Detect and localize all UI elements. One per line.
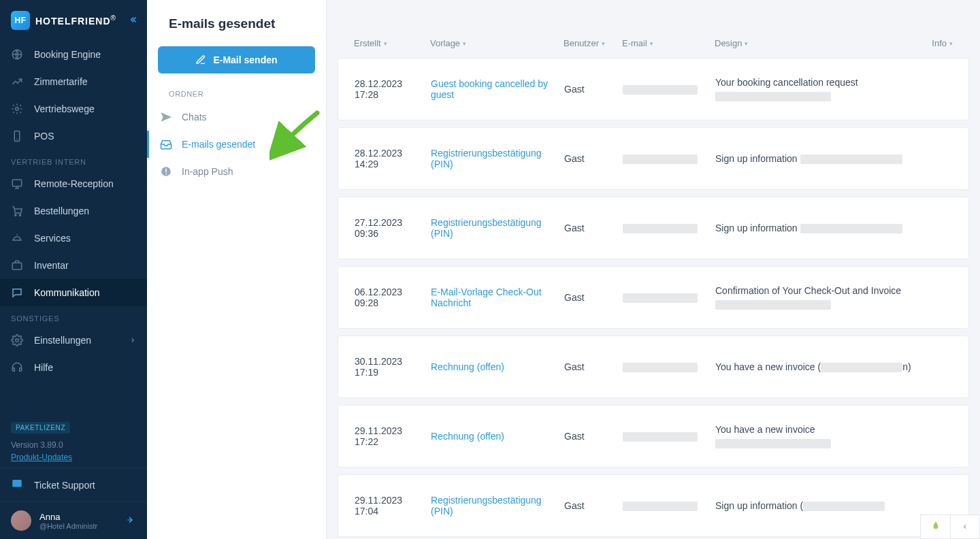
panel-section-label: ORDNER [147,86,326,103]
col-header-email[interactable]: E-mail▾ [622,38,715,48]
cell-design: Your booking cancellation request [715,77,952,101]
pencil-icon [195,54,206,65]
compose-email-button[interactable]: E-Mail senden [158,46,315,74]
caret-down-icon: ▾ [602,40,605,47]
chevron-right-icon [129,335,136,346]
license-badge: PAKETLIZENZ [11,422,70,434]
cell-design: Confirmation of Your Check-Out and Invoi… [715,285,952,310]
logo-badge: HF [11,11,30,30]
cell-email [623,292,715,303]
main-content: Erstellt▾ Vorlage▾ Benutzer▾ E-mail▾ Des… [327,0,980,539]
caret-down-icon: ▾ [745,40,748,47]
chevron-left-icon[interactable] [950,514,980,539]
cell-template-link[interactable]: Guest booking cancelled by guest [431,78,564,100]
system-tray [920,514,980,539]
table-row[interactable]: 28.12.202314:29Registrierungsbestätigung… [338,127,969,190]
compose-label: E-Mail senden [213,54,277,65]
col-header-user[interactable]: Benutzer▾ [564,38,622,48]
cell-template-link[interactable]: E-Mail-Vorlage Check-Out Nachricht [431,287,564,308]
folder-emails-sent[interactable]: E-mails gesendet [147,131,326,158]
table-row[interactable]: 29.11.202317:04Registrierungsbestätigung… [338,474,969,537]
app-badge-icon[interactable] [920,514,950,539]
table-row[interactable]: 28.12.202317:28Guest booking cancelled b… [338,58,969,120]
table-header: Erstellt▾ Vorlage▾ Benutzer▾ E-mail▾ Des… [338,11,969,58]
cog-icon [11,334,23,346]
sidebar-item-vertriebswege[interactable]: Vertriebswege [0,95,147,122]
cell-template-link[interactable]: Registrierungsbestätigung (PIN) [431,495,564,517]
sidebar-item-hilfe[interactable]: Hilfe [0,354,147,381]
sidebar-item-label: POS [34,131,54,142]
current-user[interactable]: Anna @Hotel Administr [0,502,147,539]
svg-rect-3 [12,180,22,186]
cell-created: 06.12.202309:28 [355,287,431,308]
sidebar-item-inventar[interactable]: Inventar [0,252,147,279]
caret-down-icon: ▾ [384,40,387,47]
cell-user: Gast [564,223,623,233]
cart-icon [11,205,23,217]
cell-email [623,431,715,442]
cell-template-link[interactable]: Rechnung (offen) [431,431,564,442]
sidebar-header: HF HOTELFRIEND® [0,0,147,41]
cell-created: 28.12.202317:28 [355,78,431,100]
gear-icon [11,103,23,115]
sidebar-item-pos[interactable]: POS [0,122,147,150]
table-row[interactable]: 27.12.202309:36Registrierungsbestätigung… [338,197,969,259]
cell-email [623,84,715,95]
sidebar-item-label: Zimmertarife [34,76,88,87]
folder-label: In-app Push [182,166,233,177]
col-header-template[interactable]: Vorlage▾ [430,38,564,48]
nav-section-vertrieb: VERTRIEB INTERN [0,150,147,170]
sidebar-item-services[interactable]: Services [0,225,147,252]
col-header-design[interactable]: Design▾ [715,38,920,48]
cell-email [623,223,715,233]
caret-down-icon: ▾ [463,40,466,47]
cell-design: You have a new invoice [715,424,952,448]
folder-chats[interactable]: Chats [147,103,326,131]
product-updates-link[interactable]: Produkt-Updates [11,453,136,462]
sidebar-item-remote-reception[interactable]: Remote-Reception [0,170,147,197]
avatar [11,510,31,531]
table-row[interactable]: 29.11.202317:22Rechnung (offen)GastYou h… [338,405,969,468]
cell-created: 27.12.202309:36 [355,217,431,239]
table-row[interactable]: 30.11.202317:19Rechnung (offen)GastYou h… [338,336,969,398]
ticket-icon [11,478,23,492]
folder-inapp-push[interactable]: In-app Push [147,158,326,185]
folder-panel: E-mails gesendet E-Mail senden ORDNER Ch… [147,0,327,539]
sidebar-item-bestellungen[interactable]: Bestellungen [0,197,147,225]
svg-rect-6 [12,263,22,270]
sidebar-meta: PAKETLIZENZ Version 3.89.0 Produkt-Updat… [0,414,147,468]
logout-icon[interactable] [125,514,136,527]
chat-icon [11,287,23,299]
col-header-created[interactable]: Erstellt▾ [354,38,430,48]
sidebar-item-zimmertarife[interactable]: Zimmertarife [0,68,147,95]
ticket-support-button[interactable]: Ticket Support [0,468,147,502]
phone-icon [11,130,23,142]
col-header-info[interactable]: Info▾ [920,38,953,48]
sidebar-nav: Booking EngineZimmertarifeVertriebswegeP… [0,41,147,414]
cell-design: You have a new invoice (n) [715,361,952,372]
sidebar-item-booking-engine[interactable]: Booking Engine [0,41,147,68]
sidebar-item-label: Hilfe [34,362,53,373]
cell-template-link[interactable]: Rechnung (offen) [431,361,564,372]
sidebar-item-label: Inventar [34,260,69,271]
cell-design: Sign up information [715,153,952,164]
cell-created: 30.11.202317:19 [355,356,431,378]
sidebar-item-einstellungen[interactable]: Einstellungen [0,327,147,354]
version-text: Version 3.89.0 [11,440,136,450]
cell-template-link[interactable]: Registrierungsbestätigung (PIN) [431,217,564,239]
nav-section-sonstiges: SONSTIGES [0,306,147,327]
svg-point-4 [15,214,16,216]
page-title: E-mails gesendet [147,0,326,46]
cloche-icon [11,232,23,244]
table-row[interactable]: 06.12.202309:28E-Mail-Vorlage Check-Out … [338,266,969,329]
cell-template-link[interactable]: Registrierungsbestätigung (PIN) [431,148,564,169]
cell-user: Gast [564,500,623,511]
collapse-sidebar-icon[interactable] [128,15,137,27]
sidebar-item-label: Booking Engine [34,49,101,60]
cell-created: 29.11.202317:22 [355,425,431,447]
sidebar-item-label: Services [34,233,71,244]
sidebar-item-kommunikation[interactable]: Kommunikation [0,279,147,306]
folder-label: E-mails gesendet [182,139,255,150]
table-body: 28.12.202317:28Guest booking cancelled b… [338,58,969,537]
cell-user: Gast [564,431,623,442]
